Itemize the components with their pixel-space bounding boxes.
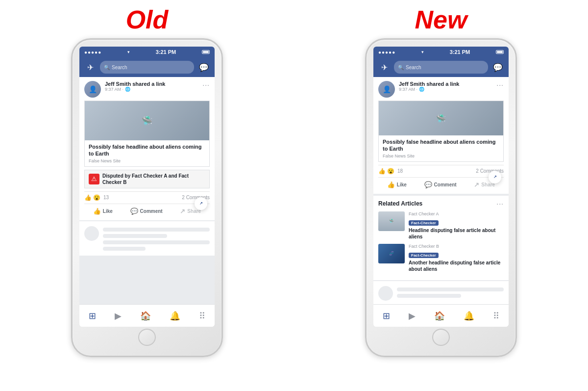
related-options[interactable]: ··· xyxy=(496,200,504,208)
ghost-card-1 xyxy=(79,221,215,256)
search-icon: 🔍 xyxy=(104,65,110,70)
article-b-source: Fact Checker B xyxy=(409,244,504,249)
old-post-card: 👤 Jeff Smith shared a link 9:37 AM · 🌐 ·… xyxy=(79,77,215,220)
send-icon[interactable]: ✈ xyxy=(83,63,97,72)
wow-emoji: 😮 xyxy=(93,194,100,201)
user-name: Jeff Smith shared a link xyxy=(105,81,198,87)
article-b-info: Fact Checker B Fact-Checker Another head… xyxy=(409,244,504,272)
post-time: 9:37 AM · 🌐 xyxy=(105,87,198,92)
new-ghost-avatar xyxy=(378,286,393,301)
old-link-preview[interactable]: 🛸 Possibly false headline about aliens c… xyxy=(84,101,210,167)
new-reactions-row: 👍 😮 18 2 Comments xyxy=(378,165,504,177)
new-link-source: False News Site xyxy=(383,154,499,158)
comment-button[interactable]: 💬 Comment xyxy=(126,206,167,216)
new-comment-icon: 💬 xyxy=(424,181,432,188)
new-wifi-icon: ▾ xyxy=(421,50,424,54)
new-link-preview[interactable]: 🛸 Possibly false headline about aliens c… xyxy=(378,101,504,162)
reactions-row: 👍 😮 13 2 Comments xyxy=(84,191,210,204)
article-b-headline: Another headline disputing false article… xyxy=(409,260,504,272)
link-title: Possibly false headline about aliens com… xyxy=(89,143,205,157)
avatar: 👤 xyxy=(84,81,101,98)
new-user-name: Jeff Smith shared a link xyxy=(399,81,492,87)
new-comment-label: Comment xyxy=(434,182,457,187)
feed-spacer xyxy=(79,257,215,304)
old-status-bar: ●●●●● ▾ 3:21 PM xyxy=(79,47,215,57)
new-link-info: Possibly false headline about aliens com… xyxy=(379,135,503,161)
new-nav-home[interactable]: ⊞ xyxy=(383,311,390,321)
nav-home[interactable]: ⊞ xyxy=(89,311,96,321)
messenger-icon[interactable]: 💬 xyxy=(197,63,211,72)
related-article-b[interactable]: 🧬 Fact Checker B Fact-Checker Another he… xyxy=(378,244,504,272)
new-comment-button[interactable]: 💬 Comment xyxy=(420,180,461,190)
ghost-line-1 xyxy=(103,228,210,232)
new-nav-store[interactable]: 🏠 xyxy=(434,311,445,321)
new-post-options[interactable]: ··· xyxy=(496,81,504,89)
old-home-button[interactable] xyxy=(138,329,156,346)
new-like-button[interactable]: 👍 Like xyxy=(383,180,411,190)
nav-store[interactable]: 🏠 xyxy=(140,311,151,321)
share-button[interactable]: ↗ ↗ Share xyxy=(176,206,205,216)
new-battery-icon xyxy=(496,50,504,54)
new-action-buttons: 👍 Like 💬 Comment ↗ ↗ Share xyxy=(378,177,504,194)
new-avatar-img: 👤 xyxy=(378,81,395,98)
new-fb-navbar: ✈ 🔍 Search 💬 xyxy=(373,57,509,77)
new-bottom-nav: ⊞ ▶ 🏠 🔔 ⠿ xyxy=(373,304,509,327)
nav-bell[interactable]: 🔔 xyxy=(170,311,180,321)
new-search-icon: 🔍 xyxy=(398,65,404,70)
new-nav-menu[interactable]: ⠿ xyxy=(493,311,499,321)
old-bottom-nav: ⊞ ▶ 🏠 🔔 ⠿ xyxy=(79,304,215,327)
share-label: Share xyxy=(187,209,201,214)
related-title: Related Articles xyxy=(378,200,422,207)
reaction-emojis: 👍 😮 13 xyxy=(84,194,109,201)
new-share-icon: ↗ xyxy=(474,181,479,188)
new-post-meta: Jeff Smith shared a link 9:37 AM · 🌐 xyxy=(399,81,492,92)
article-a-source: Fact Checker A xyxy=(409,211,504,216)
comment-label: Comment xyxy=(140,209,163,214)
new-like-icon: 👍 xyxy=(387,181,395,188)
new-search-placeholder: Search xyxy=(406,65,421,70)
warning-icon: ⚠ xyxy=(89,174,99,184)
new-like-emoji: 👍 xyxy=(378,168,386,175)
like-emoji: 👍 xyxy=(84,194,92,201)
old-phone-shell: ●●●●● ▾ 3:21 PM ✈ 🔍 Search 💬 xyxy=(71,38,223,357)
avatar-img: 👤 xyxy=(84,81,101,98)
new-feed-content: 👤 Jeff Smith shared a link 9:37 AM · 🌐 ·… xyxy=(373,77,509,304)
new-home-button[interactable] xyxy=(432,329,450,346)
search-bar[interactable]: 🔍 Search xyxy=(100,61,194,74)
new-post-card: 👤 Jeff Smith shared a link 9:37 AM · 🌐 ·… xyxy=(373,77,509,194)
ghost-avatar xyxy=(84,226,99,241)
post-options[interactable]: ··· xyxy=(202,81,210,89)
search-placeholder: Search xyxy=(112,65,127,70)
new-section: New ●●●●● ▾ 3:21 PM ✈ 🔍 Search 💬 xyxy=(304,5,578,357)
new-label: New xyxy=(415,5,467,34)
article-a-headline: Headline disputing false article about a… xyxy=(409,227,504,240)
battery-icon xyxy=(202,50,210,54)
link-image: 🛸 xyxy=(85,101,209,140)
article-b-thumb: 🧬 xyxy=(378,244,405,263)
new-ghost-card xyxy=(373,281,509,304)
new-search-bar[interactable]: 🔍 Search xyxy=(394,61,488,74)
article-a-badge: Fact-Checker xyxy=(409,220,439,226)
new-post-time: 9:37 AM · 🌐 xyxy=(399,87,492,92)
new-share-button[interactable]: ↗ ↗ Share xyxy=(470,180,499,190)
article-b-image: 🧬 xyxy=(378,244,405,263)
new-link-image: 🛸 xyxy=(379,101,503,135)
new-ghost-lines xyxy=(397,286,504,298)
new-nav-bell[interactable]: 🔔 xyxy=(464,311,474,321)
like-button[interactable]: 👍 Like xyxy=(89,206,117,216)
like-label: Like xyxy=(103,209,113,214)
new-send-icon[interactable]: ✈ xyxy=(377,63,391,72)
like-icon: 👍 xyxy=(93,208,101,215)
nav-play[interactable]: ▶ xyxy=(115,311,122,321)
new-messenger-icon[interactable]: 💬 xyxy=(491,63,505,72)
old-phone-screen: ●●●●● ▾ 3:21 PM ✈ 🔍 Search 💬 xyxy=(79,47,215,327)
new-share-label: Share xyxy=(481,182,495,187)
signal-dots: ●●●●● xyxy=(84,50,101,55)
related-article-a[interactable]: 🛸 Fact Checker A Fact-Checker Headline d… xyxy=(378,211,504,240)
ghost-lines xyxy=(103,226,210,251)
nav-menu[interactable]: ⠿ xyxy=(199,311,205,321)
new-nav-play[interactable]: ▶ xyxy=(409,311,416,321)
article-a-thumb: 🛸 xyxy=(378,211,405,231)
wifi-icon: ▾ xyxy=(127,50,130,54)
article-b-badge: Fact-Checker xyxy=(409,253,439,258)
